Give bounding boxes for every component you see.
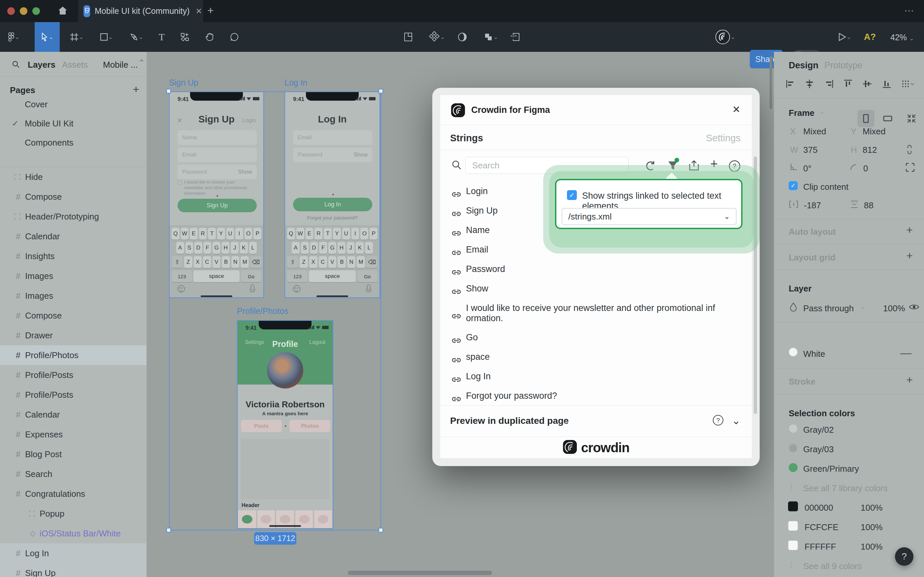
close-tab-icon[interactable]: ✕ [196, 6, 202, 16]
search-icon[interactable] [12, 60, 20, 70]
help-button[interactable]: ? [895, 547, 913, 566]
width-value[interactable]: 375 [803, 145, 818, 155]
selection-handle[interactable] [166, 89, 171, 93]
frame-label-signup[interactable]: Sign Up [169, 78, 198, 87]
component-tools-button[interactable]: ⌄ [424, 22, 450, 52]
signup-frame[interactable]: 9:41 ✕ Sign Up Login Name Email Password… [169, 92, 264, 298]
corner-radius-value[interactable]: 0 [863, 163, 868, 174]
new-tab-button[interactable]: + [207, 4, 214, 17]
constrain-proportions-icon[interactable] [906, 144, 913, 156]
text-tool-button[interactable]: T [154, 22, 170, 52]
color-swatch[interactable] [788, 501, 798, 511]
file-tab[interactable]: Mobile UI kit (Community) ✕ [78, 0, 203, 22]
independent-corners-icon[interactable] [906, 163, 915, 173]
layer-row[interactable]: #Insights [0, 246, 146, 266]
hand-tool-button[interactable] [201, 22, 219, 52]
vertical-spacing-value[interactable]: 88 [864, 200, 874, 211]
resources-tool-button[interactable] [176, 22, 193, 52]
y-value[interactable]: Mixed [863, 126, 885, 137]
layer-row[interactable]: #Congratulations [0, 484, 146, 504]
add-page-button[interactable]: + [133, 83, 139, 96]
color-swatch[interactable] [788, 521, 798, 531]
layer-row[interactable]: #Calendar [0, 226, 146, 246]
tab-strings[interactable]: Strings [450, 133, 483, 143]
color-swatch[interactable] [788, 540, 798, 550]
color-name[interactable]: Gray/02 [803, 425, 834, 435]
shape-tool-button[interactable]: ⌄ [97, 22, 116, 52]
tab-design[interactable]: Design [789, 60, 818, 71]
layer-row[interactable]: Header/Prototyping [0, 206, 146, 226]
frame-label-login[interactable]: Log In [285, 78, 307, 87]
close-plugin-icon[interactable]: ✕ [732, 104, 740, 115]
minimize-window-button[interactable] [20, 7, 27, 15]
layer-row[interactable]: #Images [0, 266, 146, 286]
frame-label-profile[interactable]: Profile/Photos [237, 306, 288, 316]
layer-row[interactable]: Popup [0, 504, 146, 524]
color-opacity-value[interactable]: 100% [861, 503, 883, 513]
page-item[interactable]: ✓Mobile UI Kit [0, 114, 146, 133]
preview-label[interactable]: Preview in duplicated page [450, 416, 568, 426]
layer-row[interactable]: #Profile/Posts [0, 365, 146, 385]
comment-tool-button[interactable] [225, 22, 243, 52]
landscape-orientation-button[interactable] [879, 110, 896, 127]
account-menu-button[interactable]: ⌄ [713, 22, 738, 52]
home-button[interactable] [50, 0, 76, 22]
align-right-icon[interactable] [824, 79, 834, 90]
horizontal-spacing-value[interactable]: -187 [804, 200, 821, 211]
clip-content-checkbox[interactable]: ✓ [789, 181, 798, 190]
tab-prototype[interactable]: Prototype [824, 60, 863, 71]
layer-row[interactable]: #Sign Up [0, 563, 146, 577]
layer-row[interactable]: #Expenses [0, 424, 146, 444]
string-row[interactable]: Password [440, 259, 752, 279]
strings-file-dropdown[interactable]: /strings.xml ⌄ [562, 208, 737, 225]
page-item[interactable]: Components [0, 133, 146, 152]
edit-object-button[interactable] [400, 22, 417, 52]
add-auto-layout-button[interactable]: + [906, 224, 913, 236]
color-hex-value[interactable]: 000000 [805, 503, 833, 513]
language-badge[interactable]: A? [864, 32, 876, 42]
color-hex-value[interactable]: FCFCFE [805, 522, 839, 532]
main-menu-button[interactable]: ⌄ [6, 22, 22, 52]
file-menu-tab[interactable]: Mobile ... [103, 60, 138, 70]
string-row[interactable]: Log In [440, 367, 752, 386]
layer-row[interactable]: #Compose [0, 306, 146, 326]
string-row[interactable]: Forgot your password? [440, 386, 752, 406]
close-window-button[interactable] [7, 7, 15, 15]
x-value[interactable]: Mixed [803, 126, 826, 137]
tab-layers[interactable]: Layers [28, 60, 55, 70]
layer-row[interactable]: #Profile/Posts [0, 385, 146, 405]
preview-help-icon[interactable]: ? [713, 415, 723, 425]
tab-settings[interactable]: Settings [706, 133, 740, 143]
layer-row[interactable]: #Calendar [0, 405, 146, 424]
color-opacity-value[interactable]: 100% [861, 542, 883, 552]
tab-assets[interactable]: Assets [62, 60, 88, 70]
chevron-down-icon[interactable]: ⌄ [563, 417, 569, 425]
expand-section-icon[interactable]: ⌄ [732, 414, 740, 427]
align-h-center-icon[interactable] [805, 79, 815, 90]
blend-mode-value[interactable]: Pass through [803, 303, 854, 314]
color-hex-value[interactable]: FFFFFF [805, 542, 836, 552]
layer-row[interactable]: #Log In [0, 543, 146, 563]
remove-background-button[interactable]: — [900, 346, 911, 359]
color-name[interactable]: Gray/03 [803, 444, 834, 455]
profile-frame[interactable]: 9:41 Settings Profile Logout Victoriia R… [237, 320, 333, 529]
layer-row[interactable]: #Blog Post [0, 444, 146, 464]
portrait-orientation-button[interactable] [857, 110, 874, 127]
layer-row[interactable]: Hide [0, 167, 146, 187]
selection-handle[interactable] [378, 89, 383, 93]
vertical-scrollbar[interactable] [769, 56, 772, 109]
see-all-library-colors-link[interactable]: See all 7 library colors [803, 483, 888, 493]
see-all-colors-link[interactable]: See all 9 colors [803, 561, 862, 571]
selection-handle[interactable] [166, 528, 171, 532]
color-swatch[interactable] [789, 463, 798, 472]
window-more-icon[interactable]: ⋯ [904, 5, 915, 16]
color-opacity-value[interactable]: 100% [861, 522, 883, 532]
string-row[interactable]: space [440, 347, 752, 367]
login-frame[interactable]: 9:41 Log In Email PasswordShow Log In Fo… [285, 92, 380, 298]
pen-tool-button[interactable]: ⌄ [127, 22, 146, 52]
dev-resources-button[interactable]: </> [507, 22, 524, 52]
resize-to-fit-icon[interactable] [903, 110, 920, 127]
tidy-up-icon[interactable] [901, 79, 914, 90]
color-name[interactable]: Green/Primary [803, 464, 859, 474]
align-v-center-icon[interactable] [862, 79, 872, 90]
